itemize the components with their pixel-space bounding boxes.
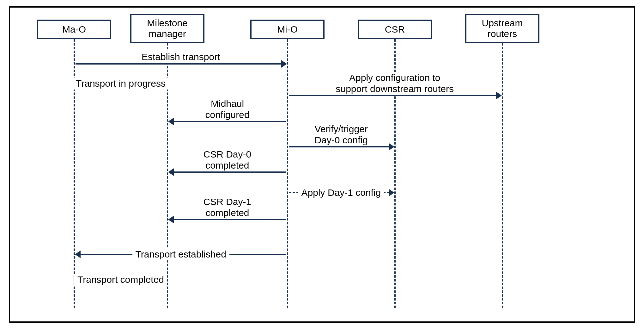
actor-csr: CSR [358,20,432,39]
arrowhead-icon [168,168,174,176]
arrowhead-icon [168,118,174,125]
message-apply-config-upstream-label: Apply configuration tosupport downstream… [333,72,457,95]
message-verify-trigger-day0-label: Verify/triggerDay-0 config [312,123,371,146]
arrowhead-icon [389,189,394,196]
message-csr-day1-completed-label: CSR Day-1completed [200,196,255,219]
message-transport-in-progress-label: Transport in progress [73,78,169,90]
lifeline-mi-o [287,39,288,308]
actor-ma-o: Ma-O [37,20,111,39]
message-midhaul-configured-line [169,121,286,122]
message-apply-config-upstream-line [289,95,501,96]
actor-label: CSR [385,24,405,35]
actor-label: Ma-O [62,24,86,35]
message-establish-transport-label: Establish transport [138,51,223,63]
message-transport-established-label: Transport established [132,248,229,261]
actor-upstream-routers: Upstreamrouters [465,14,539,43]
message-csr-day1-completed-line [169,219,286,220]
lifeline-upstream-routers [502,43,503,308]
arrowhead-icon [168,216,174,223]
actor-label: Mi-O [277,24,298,35]
message-apply-day1-config-label: Apply Day-1 config [298,187,384,199]
diagram-frame: Ma-OMilestonemanagerMi-OCSRUpstreamroute… [9,6,635,323]
message-transport-completed-label: Transport completed [74,274,167,286]
arrowhead-icon [75,251,81,258]
arrowhead-icon [389,143,394,151]
message-establish-transport-line [76,63,286,65]
diagram-canvas: Ma-OMilestonemanagerMi-OCSRUpstreamroute… [10,8,634,321]
message-midhaul-configured-label: Midhaulconfigured [202,98,253,121]
arrowhead-icon [281,60,287,68]
actor-milestone-manager: Milestonemanager [130,14,204,43]
actor-mi-o: Mi-O [250,20,325,39]
arrowhead-icon [496,92,502,99]
message-csr-day0-completed-line [169,171,286,173]
actor-label: Milestonemanager [147,18,187,40]
actor-label: Upstreamrouters [482,18,523,40]
message-verify-trigger-day0-line [289,146,393,147]
message-csr-day0-completed-label: CSR Day-0completed [200,148,255,171]
